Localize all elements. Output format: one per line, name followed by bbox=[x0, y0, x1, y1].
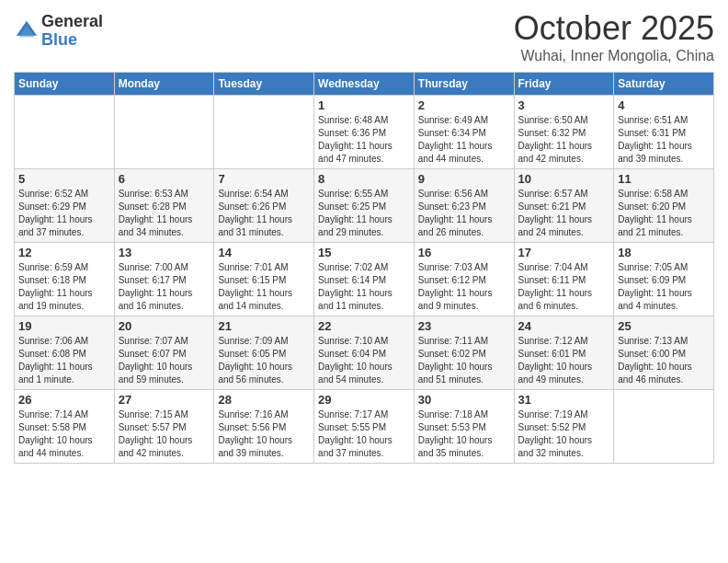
calendar-week-row: 5Sunrise: 6:52 AM Sunset: 6:29 PM Daylig… bbox=[15, 169, 714, 243]
day-info: Sunrise: 7:10 AM Sunset: 6:04 PM Dayligh… bbox=[318, 335, 410, 386]
calendar-cell: 6Sunrise: 6:53 AM Sunset: 6:28 PM Daylig… bbox=[114, 169, 214, 243]
logo: General Blue bbox=[14, 13, 103, 50]
calendar-cell: 5Sunrise: 6:52 AM Sunset: 6:29 PM Daylig… bbox=[15, 169, 115, 243]
day-number: 18 bbox=[618, 246, 710, 259]
day-info: Sunrise: 6:54 AM Sunset: 6:26 PM Dayligh… bbox=[218, 188, 310, 239]
day-info: Sunrise: 7:01 AM Sunset: 6:15 PM Dayligh… bbox=[218, 261, 310, 313]
day-number: 20 bbox=[119, 319, 210, 333]
calendar-week-row: 1Sunrise: 6:48 AM Sunset: 6:36 PM Daylig… bbox=[15, 96, 714, 169]
day-info: Sunrise: 7:06 AM Sunset: 6:08 PM Dayligh… bbox=[18, 335, 110, 386]
day-info: Sunrise: 6:52 AM Sunset: 6:29 PM Dayligh… bbox=[18, 188, 110, 239]
day-info: Sunrise: 7:04 AM Sunset: 6:11 PM Dayligh… bbox=[518, 261, 610, 313]
calendar-cell: 31Sunrise: 7:19 AM Sunset: 5:52 PM Dayli… bbox=[514, 390, 614, 464]
day-info: Sunrise: 7:13 AM Sunset: 6:00 PM Dayligh… bbox=[618, 335, 710, 386]
logo-blue-text: Blue bbox=[41, 31, 103, 50]
day-info: Sunrise: 7:09 AM Sunset: 6:05 PM Dayligh… bbox=[218, 335, 310, 386]
logo-general-text: General bbox=[41, 13, 103, 31]
day-info: Sunrise: 7:14 AM Sunset: 5:58 PM Dayligh… bbox=[18, 408, 110, 460]
day-number: 17 bbox=[518, 246, 610, 259]
day-info: Sunrise: 7:17 AM Sunset: 5:55 PM Dayligh… bbox=[318, 408, 410, 460]
day-info: Sunrise: 6:53 AM Sunset: 6:28 PM Dayligh… bbox=[119, 188, 210, 239]
calendar-cell: 23Sunrise: 7:11 AM Sunset: 6:02 PM Dayli… bbox=[414, 316, 514, 390]
calendar-cell: 25Sunrise: 7:13 AM Sunset: 6:00 PM Dayli… bbox=[614, 316, 714, 390]
calendar-cell: 4Sunrise: 6:51 AM Sunset: 6:31 PM Daylig… bbox=[614, 96, 714, 169]
calendar-cell: 11Sunrise: 6:58 AM Sunset: 6:20 PM Dayli… bbox=[614, 169, 714, 243]
calendar-cell: 15Sunrise: 7:02 AM Sunset: 6:14 PM Dayli… bbox=[314, 243, 415, 316]
day-number: 24 bbox=[518, 319, 610, 333]
calendar-cell bbox=[214, 96, 314, 169]
day-info: Sunrise: 7:18 AM Sunset: 5:53 PM Dayligh… bbox=[418, 408, 510, 460]
calendar-cell: 13Sunrise: 7:00 AM Sunset: 6:17 PM Dayli… bbox=[114, 243, 214, 316]
day-info: Sunrise: 7:02 AM Sunset: 6:14 PM Dayligh… bbox=[318, 261, 410, 313]
day-info: Sunrise: 6:58 AM Sunset: 6:20 PM Dayligh… bbox=[618, 188, 710, 239]
calendar-cell bbox=[114, 96, 214, 169]
day-info: Sunrise: 6:57 AM Sunset: 6:21 PM Dayligh… bbox=[518, 188, 610, 239]
calendar-cell: 24Sunrise: 7:12 AM Sunset: 6:01 PM Dayli… bbox=[514, 316, 614, 390]
col-sunday: Sunday bbox=[15, 73, 115, 96]
calendar-cell bbox=[614, 390, 714, 464]
day-number: 29 bbox=[318, 393, 410, 407]
day-number: 31 bbox=[518, 393, 610, 407]
page-header: General Blue October 2025 Wuhai, Inner M… bbox=[14, 9, 714, 64]
day-number: 16 bbox=[418, 246, 510, 259]
calendar-cell: 30Sunrise: 7:18 AM Sunset: 5:53 PM Dayli… bbox=[414, 390, 514, 464]
calendar-cell: 21Sunrise: 7:09 AM Sunset: 6:05 PM Dayli… bbox=[214, 316, 314, 390]
calendar-cell: 16Sunrise: 7:03 AM Sunset: 6:12 PM Dayli… bbox=[414, 243, 514, 316]
calendar-table: Sunday Monday Tuesday Wednesday Thursday… bbox=[14, 72, 714, 464]
calendar-cell: 9Sunrise: 6:56 AM Sunset: 6:23 PM Daylig… bbox=[414, 169, 514, 243]
day-number: 6 bbox=[119, 172, 210, 186]
calendar-header-row: Sunday Monday Tuesday Wednesday Thursday… bbox=[15, 73, 714, 96]
calendar-cell: 14Sunrise: 7:01 AM Sunset: 6:15 PM Dayli… bbox=[214, 243, 314, 316]
col-friday: Friday bbox=[514, 73, 614, 96]
calendar-cell: 10Sunrise: 6:57 AM Sunset: 6:21 PM Dayli… bbox=[514, 169, 614, 243]
day-number: 2 bbox=[418, 98, 510, 112]
calendar-week-row: 26Sunrise: 7:14 AM Sunset: 5:58 PM Dayli… bbox=[15, 390, 714, 464]
calendar-cell: 3Sunrise: 6:50 AM Sunset: 6:32 PM Daylig… bbox=[514, 96, 614, 169]
calendar-cell: 7Sunrise: 6:54 AM Sunset: 6:26 PM Daylig… bbox=[214, 169, 314, 243]
calendar-cell: 22Sunrise: 7:10 AM Sunset: 6:04 PM Dayli… bbox=[314, 316, 415, 390]
day-info: Sunrise: 7:00 AM Sunset: 6:17 PM Dayligh… bbox=[119, 261, 210, 313]
calendar-cell: 17Sunrise: 7:04 AM Sunset: 6:11 PM Dayli… bbox=[514, 243, 614, 316]
col-saturday: Saturday bbox=[614, 73, 714, 96]
day-number: 1 bbox=[318, 98, 410, 112]
day-info: Sunrise: 6:48 AM Sunset: 6:36 PM Dayligh… bbox=[318, 114, 410, 166]
day-number: 19 bbox=[18, 319, 110, 333]
day-info: Sunrise: 7:19 AM Sunset: 5:52 PM Dayligh… bbox=[518, 408, 610, 460]
col-wednesday: Wednesday bbox=[314, 73, 415, 96]
day-number: 22 bbox=[318, 319, 410, 333]
calendar-cell: 8Sunrise: 6:55 AM Sunset: 6:25 PM Daylig… bbox=[314, 169, 415, 243]
day-number: 10 bbox=[518, 172, 610, 186]
col-monday: Monday bbox=[114, 73, 214, 96]
day-info: Sunrise: 7:15 AM Sunset: 5:57 PM Dayligh… bbox=[119, 408, 210, 460]
month-title: October 2025 bbox=[514, 9, 714, 48]
day-number: 11 bbox=[618, 172, 710, 186]
day-number: 21 bbox=[218, 319, 310, 333]
day-number: 13 bbox=[119, 246, 210, 259]
location-subtitle: Wuhai, Inner Mongolia, China bbox=[514, 48, 714, 64]
day-number: 25 bbox=[618, 319, 710, 333]
calendar-cell: 19Sunrise: 7:06 AM Sunset: 6:08 PM Dayli… bbox=[15, 316, 115, 390]
day-number: 15 bbox=[318, 246, 410, 259]
col-thursday: Thursday bbox=[414, 73, 514, 96]
calendar-cell: 20Sunrise: 7:07 AM Sunset: 6:07 PM Dayli… bbox=[114, 316, 214, 390]
day-info: Sunrise: 6:56 AM Sunset: 6:23 PM Dayligh… bbox=[418, 188, 510, 239]
title-block: October 2025 Wuhai, Inner Mongolia, Chin… bbox=[514, 9, 714, 64]
day-number: 7 bbox=[218, 172, 310, 186]
calendar-cell: 12Sunrise: 6:59 AM Sunset: 6:18 PM Dayli… bbox=[15, 243, 115, 316]
day-info: Sunrise: 6:59 AM Sunset: 6:18 PM Dayligh… bbox=[18, 261, 110, 313]
day-number: 4 bbox=[618, 98, 710, 112]
day-info: Sunrise: 6:50 AM Sunset: 6:32 PM Dayligh… bbox=[518, 114, 610, 166]
calendar-cell: 27Sunrise: 7:15 AM Sunset: 5:57 PM Dayli… bbox=[114, 390, 214, 464]
day-info: Sunrise: 6:55 AM Sunset: 6:25 PM Dayligh… bbox=[318, 188, 410, 239]
day-info: Sunrise: 6:49 AM Sunset: 6:34 PM Dayligh… bbox=[418, 114, 510, 166]
day-number: 14 bbox=[218, 246, 310, 259]
calendar-cell: 28Sunrise: 7:16 AM Sunset: 5:56 PM Dayli… bbox=[214, 390, 314, 464]
page-container: General Blue October 2025 Wuhai, Inner M… bbox=[0, 0, 728, 473]
day-info: Sunrise: 7:16 AM Sunset: 5:56 PM Dayligh… bbox=[218, 408, 310, 460]
day-number: 9 bbox=[418, 172, 510, 186]
day-info: Sunrise: 7:12 AM Sunset: 6:01 PM Dayligh… bbox=[518, 335, 610, 386]
calendar-week-row: 12Sunrise: 6:59 AM Sunset: 6:18 PM Dayli… bbox=[15, 243, 714, 316]
day-number: 12 bbox=[18, 246, 110, 259]
calendar-week-row: 19Sunrise: 7:06 AM Sunset: 6:08 PM Dayli… bbox=[15, 316, 714, 390]
day-number: 5 bbox=[18, 172, 110, 186]
